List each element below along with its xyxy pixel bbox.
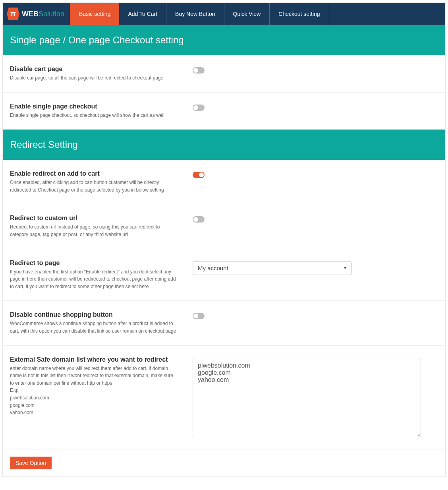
section-header-checkout: Single page / One page Checkout setting	[3, 25, 445, 55]
row-enable-redirect: Enable redirect on add to cart Once enab…	[3, 160, 445, 204]
tab-quick-view[interactable]: Quick View	[224, 3, 270, 25]
row-redirect-to-page: Redirect to page If you have enabled the…	[3, 249, 445, 301]
row-desc: If you have enabled the first option "En…	[10, 268, 177, 291]
tab-buy-now-button[interactable]: Buy Now Button	[166, 3, 224, 25]
row-desc: Disable car page, so all the cart page w…	[10, 74, 177, 82]
row-title: Disable continue shopping button	[10, 311, 177, 318]
row-desc: Enable single page checkout, so checkout…	[10, 112, 177, 119]
tab-add-to-cart[interactable]: Add To Cart	[119, 3, 166, 25]
toggle-disable-continue-shopping[interactable]	[193, 313, 205, 319]
select-value: My account	[198, 265, 228, 271]
logo-text-accent: Solution	[39, 10, 64, 18]
brand-logo: π WEBSolution	[3, 3, 70, 25]
section-header-redirect: Redirect Setting	[3, 130, 445, 160]
chevron-down-icon: ▾	[344, 265, 346, 271]
tab-checkout-setting[interactable]: Checkout setting	[270, 3, 329, 25]
row-desc: Redirect to custom url instead of page, …	[10, 223, 177, 238]
save-row: Save Option	[3, 449, 445, 476]
row-enable-single-page-checkout: Enable single page checkout Enable singl…	[3, 93, 445, 130]
toggle-redirect-custom-url[interactable]	[193, 216, 205, 223]
row-title: Disable cart page	[10, 66, 177, 73]
row-redirect-custom-url: Redirect to custom url Redirect to custo…	[3, 204, 445, 249]
row-title: External Safe domain list where you want…	[10, 356, 177, 363]
toggle-enable-single-page-checkout[interactable]	[193, 105, 205, 111]
save-button[interactable]: Save Option	[10, 457, 52, 469]
row-desc: enter domain name where you will redirec…	[10, 365, 177, 416]
row-title: Redirect to page	[10, 260, 177, 267]
select-redirect-page[interactable]: My account ▾	[193, 261, 351, 275]
logo-icon: π	[7, 8, 19, 20]
row-disable-cart-page: Disable cart page Disable car page, so a…	[3, 55, 445, 93]
row-safe-domains: External Safe domain list where you want…	[3, 346, 445, 449]
row-desc: Once enabled, after clicking add to cart…	[10, 179, 177, 194]
toggle-disable-cart-page[interactable]	[193, 67, 205, 74]
top-navbar: π WEBSolution Basic setting Add To Cart …	[3, 3, 445, 25]
row-desc: WooCommerce shows a continue shopping bu…	[10, 320, 177, 335]
row-title: Enable redirect on add to cart	[10, 170, 177, 177]
nav-tabs: Basic setting Add To Cart Buy Now Button…	[70, 3, 329, 25]
logo-text-main: WEB	[22, 10, 39, 18]
row-disable-continue-shopping: Disable continue shopping button WooComm…	[3, 301, 445, 345]
textarea-safe-domains[interactable]	[193, 358, 421, 437]
row-title: Redirect to custom url	[10, 215, 177, 222]
row-title: Enable single page checkout	[10, 103, 177, 110]
toggle-enable-redirect[interactable]	[193, 172, 205, 178]
tab-basic-setting[interactable]: Basic setting	[70, 3, 119, 25]
